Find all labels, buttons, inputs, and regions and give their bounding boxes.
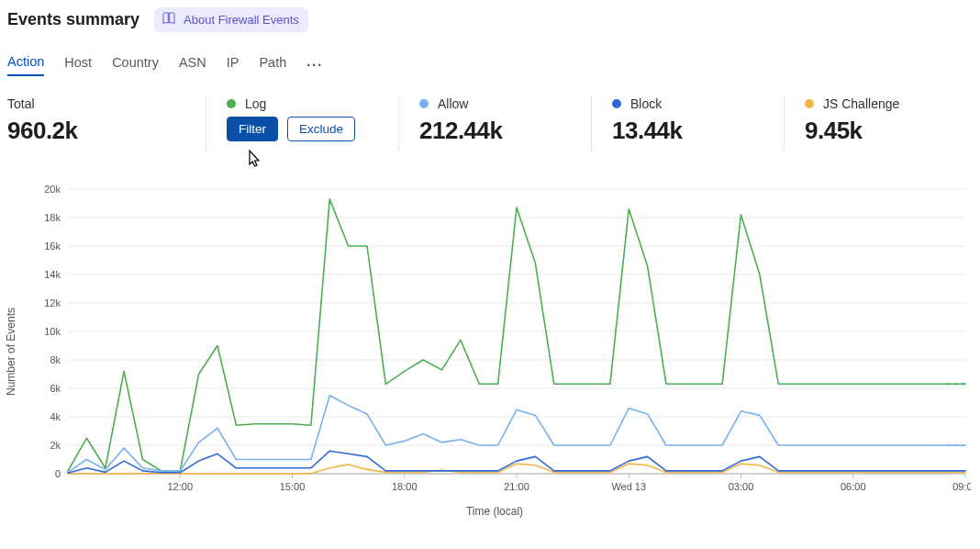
svg-text:12k: 12k <box>44 297 61 308</box>
stat-jsc: JS Challenge9.45k <box>784 95 976 152</box>
stats-row: Total 960.2k LogFilterExcludeAllow212.44… <box>7 95 973 152</box>
stat-value-jsc: 9.45k <box>805 117 976 145</box>
stat-total-value: 960.2k <box>7 117 206 145</box>
svg-text:6k: 6k <box>50 383 61 394</box>
tab-ip[interactable]: IP <box>227 55 239 75</box>
tab-action[interactable]: Action <box>7 54 44 76</box>
svg-text:8k: 8k <box>50 354 61 365</box>
stat-total-label: Total <box>7 96 35 111</box>
exclude-button[interactable]: Exclude <box>287 117 355 141</box>
stat-label-jsc: JS Challenge <box>823 96 899 111</box>
tab-path[interactable]: Path <box>259 55 286 75</box>
stat-total: Total 960.2k <box>7 95 206 152</box>
about-firewall-events-link[interactable]: About Firewall Events <box>154 7 308 32</box>
svg-text:18k: 18k <box>44 212 61 223</box>
stat-label-allow: Allow <box>438 96 468 111</box>
stat-value-block: 13.44k <box>612 117 784 145</box>
legend-dot-block <box>612 99 621 108</box>
svg-text:14k: 14k <box>44 269 61 280</box>
stat-value-allow: 212.44k <box>419 117 591 145</box>
events-chart: Number of Events 02k4k6k8k10k12k14k16k18… <box>17 185 973 518</box>
tab-host[interactable]: Host <box>64 55 92 75</box>
page-title: Events summary <box>7 10 139 29</box>
about-label: About Firewall Events <box>184 13 299 27</box>
svg-text:12:00: 12:00 <box>167 481 193 492</box>
svg-text:Wed 13: Wed 13 <box>611 481 646 492</box>
chart-x-axis-label: Time (local) <box>17 505 973 518</box>
svg-text:21:00: 21:00 <box>504 481 529 492</box>
tab-country[interactable]: Country <box>112 55 159 75</box>
svg-text:15:00: 15:00 <box>280 481 306 492</box>
stat-label-log: Log <box>245 96 266 111</box>
legend-dot-log <box>227 99 236 108</box>
tabs: ActionHostCountryASNIPPath··· <box>7 54 973 76</box>
svg-text:18:00: 18:00 <box>392 481 418 492</box>
svg-text:0: 0 <box>55 468 61 479</box>
stat-block: Block13.44k <box>591 95 784 152</box>
svg-text:20k: 20k <box>44 185 61 195</box>
svg-text:06:00: 06:00 <box>841 481 866 492</box>
stat-allow: Allow212.44k <box>398 95 591 152</box>
svg-text:03:00: 03:00 <box>729 481 754 492</box>
legend-dot-allow <box>419 99 429 108</box>
svg-text:09:00: 09:00 <box>952 481 971 492</box>
chart-y-axis-label: Number of Events <box>5 308 17 396</box>
legend-dot-jsc <box>805 99 814 108</box>
stat-log: LogFilterExclude <box>206 95 398 152</box>
tab-asn[interactable]: ASN <box>179 55 206 75</box>
svg-text:16k: 16k <box>44 241 61 252</box>
svg-text:2k: 2k <box>50 440 61 451</box>
filter-button[interactable]: Filter <box>227 117 278 141</box>
svg-text:10k: 10k <box>44 326 61 337</box>
svg-text:4k: 4k <box>50 411 61 422</box>
stat-label-block: Block <box>630 96 662 111</box>
book-icon <box>161 11 176 28</box>
more-tabs-icon[interactable]: ··· <box>306 58 323 73</box>
